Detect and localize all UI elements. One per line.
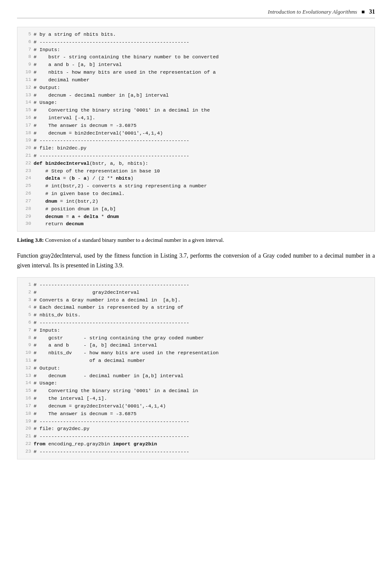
- code-block-2: 1# -------------------------------------…: [17, 277, 375, 459]
- code-line: 24 delta = (b - a) / (2 ** nbits): [22, 175, 370, 182]
- line-code: # nbits_dv - how many bits are used in t…: [34, 349, 370, 357]
- line-code: # Each decimal number is represented by …: [34, 304, 370, 311]
- line-code: # --------------------------------------…: [34, 448, 370, 456]
- line-number: 14: [22, 379, 31, 387]
- line-code: # gray2decInterval: [34, 289, 370, 296]
- code-line: 23# ------------------------------------…: [22, 448, 370, 456]
- line-number: 8: [22, 334, 31, 342]
- line-code: # The answer is decnum = -3.6875: [34, 122, 370, 129]
- line-number: 15: [22, 106, 31, 114]
- line-number: 5: [22, 311, 31, 319]
- line-number: 10: [22, 69, 31, 76]
- line-code: # Usage:: [34, 99, 370, 106]
- line-code: # of a decimal number: [34, 357, 370, 364]
- line-code: from encoding_rep.gray2bin import gray2b…: [34, 440, 370, 448]
- line-number: 12: [22, 84, 31, 92]
- line-code: # Converts a Gray number into a decimal …: [34, 296, 370, 304]
- line-number: 17: [22, 122, 31, 129]
- line-code: # position dnum in [a,b]: [34, 205, 370, 213]
- line-code: # --------------------------------------…: [34, 433, 370, 440]
- line-code: # in given base to decimal.: [34, 190, 370, 198]
- code-line: 16# the interval [-4,1].: [22, 395, 370, 402]
- listing-1-caption: Listing 3.8: Conversion of a standard bi…: [17, 237, 375, 244]
- code-line: 22def bin2decInterval(bstr, a, b, nbits)…: [22, 160, 370, 167]
- code-line: 28 # position dnum in [a,b]: [22, 205, 370, 213]
- line-number: 6: [22, 38, 31, 46]
- code-line: 10# nbits - how many bits are used in th…: [22, 69, 370, 76]
- line-code: # a and b - [a, b] interval: [34, 61, 370, 69]
- code-line: 13# decnum - decimal number in [a,b] int…: [22, 372, 370, 380]
- line-number: 7: [22, 46, 31, 54]
- code-line: 20# file: gray2dec.py: [22, 425, 370, 433]
- code-line: 7# Inputs:: [22, 327, 370, 334]
- line-code: # --------------------------------------…: [34, 137, 370, 144]
- line-number: 27: [22, 198, 31, 205]
- line-code: # --------------------------------------…: [34, 152, 370, 160]
- code-line: 4# Each decimal number is represented by…: [22, 304, 370, 311]
- code-line: 22from encoding_rep.gray2bin import gray…: [22, 440, 370, 448]
- line-number: 23: [22, 448, 31, 456]
- line-code: # bstr - string containing the binary nu…: [34, 53, 370, 61]
- code-line: 29 decnum = a + delta * dnum: [22, 213, 370, 221]
- line-number: 21: [22, 152, 31, 160]
- code-line: 20# file: bin2dec.py: [22, 144, 370, 152]
- line-number: 16: [22, 395, 31, 402]
- code-line: 5# by a string of nbits bits.: [22, 31, 370, 38]
- code-line: 23 # Step of the representation in base …: [22, 167, 370, 175]
- code-line: 6# -------------------------------------…: [22, 319, 370, 327]
- code-line: 11# decimal number: [22, 76, 370, 84]
- line-number: 3: [22, 296, 31, 304]
- line-number: 28: [22, 205, 31, 213]
- code-line: 19# ------------------------------------…: [22, 137, 370, 144]
- body-paragraph: Function gray2decInterval, used by the f…: [17, 251, 375, 270]
- line-number: 22: [22, 440, 31, 448]
- caption-1-label: Listing 3.8:: [17, 237, 44, 243]
- code-line: 14# Usage:: [22, 99, 370, 106]
- code-line: 16# interval [-4,1].: [22, 114, 370, 122]
- line-code: # --------------------------------------…: [34, 281, 370, 289]
- page-number: 31: [369, 9, 375, 15]
- line-code: return decnum: [34, 220, 370, 228]
- line-number: 13: [22, 92, 31, 99]
- line-number: 2: [22, 289, 31, 296]
- code-line: 7# Inputs:: [22, 46, 370, 54]
- line-number: 8: [22, 53, 31, 61]
- line-number: 7: [22, 327, 31, 334]
- line-code: # decimal number: [34, 76, 370, 84]
- line-code: # file: bin2dec.py: [34, 144, 370, 152]
- code-line: 25 # int(bstr,2) - converts a string rep…: [22, 182, 370, 190]
- line-code: # --------------------------------------…: [34, 38, 370, 46]
- line-code: # interval [-4,1].: [34, 114, 370, 122]
- code-line: 11# of a decimal number: [22, 357, 370, 364]
- code-line: 2# gray2decInterval: [22, 289, 370, 296]
- line-number: 18: [22, 410, 31, 418]
- line-number: 21: [22, 433, 31, 440]
- code-line: 26 # in given base to decimal.: [22, 190, 370, 198]
- line-code: # int(bstr,2) - converts a string repres…: [34, 182, 370, 190]
- line-number: 15: [22, 387, 31, 395]
- line-code: # --------------------------------------…: [34, 418, 370, 425]
- code-line: 18# decnum = bin2decInterval('0001',-4,1…: [22, 129, 370, 137]
- code-line: 21# ------------------------------------…: [22, 152, 370, 160]
- line-code: # Converting the binary string '0001' in…: [34, 387, 370, 395]
- line-code: dnum = int(bstr,2): [34, 198, 370, 205]
- code-line: 6# -------------------------------------…: [22, 38, 370, 46]
- line-code: # Usage:: [34, 379, 370, 387]
- line-number: 12: [22, 364, 31, 372]
- code-line: 8# bstr - string containing the binary n…: [22, 53, 370, 61]
- line-code: # The answer is decnum = -3.6875: [34, 410, 370, 418]
- code-block-1: 5# by a string of nbits bits.6# --------…: [17, 27, 375, 232]
- code-line: 14# Usage:: [22, 379, 370, 387]
- line-code: # by a string of nbits bits.: [34, 31, 370, 38]
- line-number: 17: [22, 402, 31, 410]
- line-number: 24: [22, 175, 31, 182]
- line-code: # file: gray2dec.py: [34, 425, 370, 433]
- line-code: # decnum = gray2decInterval('0001',-4,1,…: [34, 402, 370, 410]
- line-number: 23: [22, 167, 31, 175]
- line-number: 18: [22, 129, 31, 137]
- line-number: 14: [22, 99, 31, 106]
- line-code: # decnum - decimal number in [a,b] inter…: [34, 92, 370, 99]
- line-number: 6: [22, 319, 31, 327]
- line-number: 26: [22, 190, 31, 198]
- header-title: Introduction to Evolutionary Algorithms: [268, 9, 357, 15]
